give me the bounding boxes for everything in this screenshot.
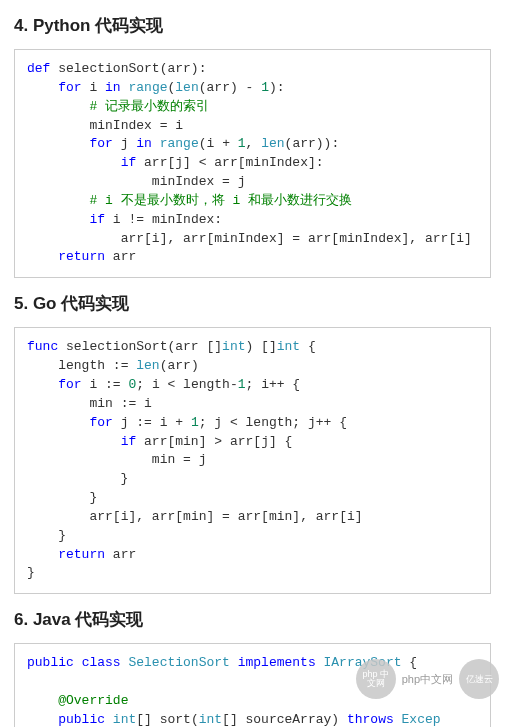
watermark-logo-1: php 中文网 — [356, 659, 396, 699]
code-block-python: def selectionSort(arr): for i in range(l… — [14, 49, 491, 278]
section-heading-go: 5. Go 代码实现 — [14, 292, 491, 315]
watermark-group: php 中文网 php中文网 亿速云 — [356, 659, 499, 699]
section-heading-java: 6. Java 代码实现 — [14, 608, 491, 631]
section-heading-python: 4. Python 代码实现 — [14, 14, 491, 37]
watermark-logo-2: 亿速云 — [459, 659, 499, 699]
code-block-go: func selectionSort(arr []int) []int { le… — [14, 327, 491, 594]
watermark-text: php中文网 — [402, 672, 453, 687]
